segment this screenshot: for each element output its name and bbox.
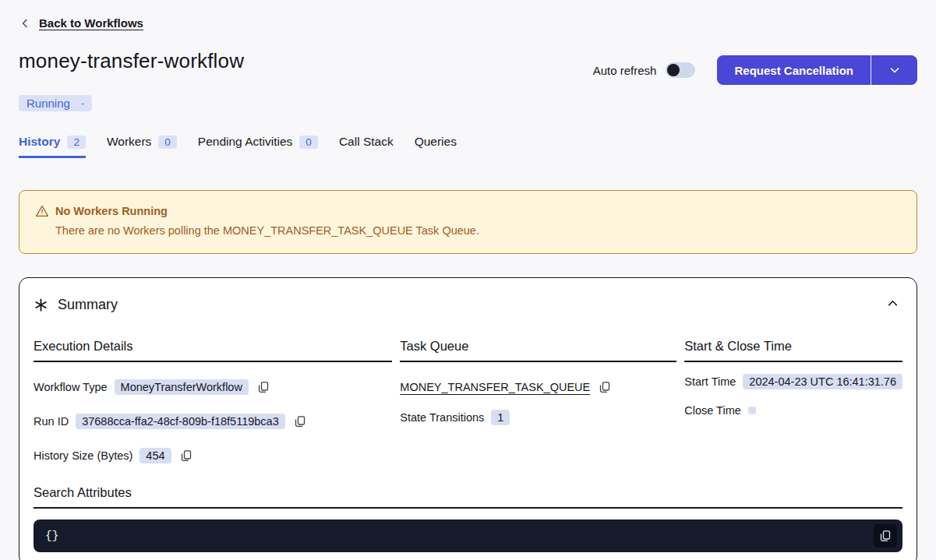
summary-header: Summary	[34, 294, 902, 315]
execution-details-section: Execution Details Workflow Type MoneyTra…	[34, 339, 392, 465]
search-attributes-code: {}	[45, 530, 58, 542]
back-link-label: Back to Workflows	[39, 16, 143, 30]
back-to-workflows-link[interactable]: Back to Workflows	[19, 16, 143, 30]
summary-title: Summary	[58, 297, 118, 313]
copy-history-size-button[interactable]	[178, 448, 194, 463]
task-queue-heading: Task Queue	[400, 339, 676, 362]
history-size-value: 454	[140, 448, 171, 463]
start-close-time-heading: Start & Close Time	[684, 339, 902, 362]
no-workers-alert: No Workers Running There are no Workers …	[19, 190, 917, 254]
workflow-type-value: MoneyTransferWorkflow	[115, 379, 249, 395]
start-close-time-section: Start & Close Time Start Time 2024-04-23…	[684, 339, 902, 465]
run-id-row: Run ID 37688cca-ffa2-48cf-809b-f18f5119b…	[34, 412, 392, 431]
start-time-value: 2024-04-23 UTC 16:41:31.76	[743, 374, 902, 389]
copy-run-id-button[interactable]	[292, 414, 308, 429]
copy-icon	[294, 415, 306, 428]
copy-icon	[879, 530, 892, 542]
run-id-value: 37688cca-ffa2-48cf-809b-f18f5119bca3	[76, 414, 285, 429]
summary-card: Summary Execution Details Workflow Type …	[19, 277, 917, 560]
search-attributes-heading: Search Attributes	[34, 485, 902, 509]
request-cancellation-button[interactable]: Request Cancellation	[717, 55, 871, 85]
request-cancellation-split-button: Request Cancellation	[717, 55, 917, 85]
tab-history[interactable]: History 2	[19, 135, 86, 158]
auto-refresh-label: Auto refresh	[593, 64, 657, 77]
back-row: Back to Workflows	[19, 0, 917, 30]
chevron-down-icon	[888, 64, 901, 76]
history-size-label: History Size (Bytes)	[34, 449, 132, 462]
tab-call-stack[interactable]: Call Stack	[339, 135, 394, 158]
collapse-summary-button[interactable]	[883, 294, 902, 315]
tab-pending-activities-count: 0	[299, 136, 318, 149]
tab-workers[interactable]: Workers 0	[107, 135, 177, 158]
summary-columns: Execution Details Workflow Type MoneyTra…	[34, 339, 902, 465]
task-queue-section: Task Queue MONEY_TRANSFER_TASK_QUEUE Sta…	[400, 339, 676, 465]
close-time-row: Close Time	[684, 401, 902, 420]
tab-workers-count: 0	[158, 136, 177, 149]
history-size-row: History Size (Bytes) 454	[34, 446, 392, 465]
start-time-label: Start Time	[684, 375, 736, 388]
alert-title-row: No Workers Running	[35, 204, 901, 218]
auto-refresh-toggle[interactable]	[666, 62, 695, 78]
state-transitions-row: State Transitions 1	[400, 408, 676, 427]
tab-pending-activities[interactable]: Pending Activities 0	[198, 135, 318, 158]
chevron-left-icon	[19, 17, 31, 30]
workflow-type-label: Workflow Type	[34, 381, 108, 393]
tab-queries-label: Queries	[415, 135, 457, 149]
toggle-knob	[667, 64, 680, 76]
task-queue-link[interactable]: MONEY_TRANSFER_TASK_QUEUE	[400, 381, 590, 393]
tab-queries[interactable]: Queries	[415, 135, 457, 158]
status-label: Running	[26, 97, 70, 110]
copy-workflow-type-button[interactable]	[256, 379, 271, 395]
tab-workers-label: Workers	[107, 135, 151, 149]
close-time-empty-value	[748, 407, 756, 414]
tab-history-label: History	[19, 135, 60, 149]
copy-icon	[180, 449, 192, 462]
status-badge: Running -	[19, 95, 92, 111]
start-time-row: Start Time 2024-04-23 UTC 16:41:31.76	[684, 372, 902, 391]
close-time-label: Close Time	[684, 404, 741, 417]
warning-icon	[35, 204, 49, 218]
status-dash: -	[81, 97, 84, 109]
tab-history-count: 2	[67, 136, 86, 149]
alert-message: There are no Workers polling the MONEY_T…	[55, 224, 901, 237]
state-transitions-label: State Transitions	[400, 411, 484, 424]
workflow-type-row: Workflow Type MoneyTransferWorkflow	[34, 378, 392, 396]
copy-icon	[257, 381, 270, 393]
copy-icon	[599, 381, 611, 393]
tab-call-stack-label: Call Stack	[339, 135, 394, 149]
page-title: money-transfer-workflow	[19, 49, 244, 73]
tab-bar: History 2 Workers 0 Pending Activities 0…	[19, 135, 917, 158]
header-controls: Auto refresh Request Cancellation	[593, 55, 917, 85]
copy-task-queue-button[interactable]	[597, 379, 613, 395]
status-row: Running -	[19, 95, 917, 111]
chevron-up-icon	[886, 297, 899, 310]
header: money-transfer-workflow Auto refresh Req…	[19, 49, 917, 85]
search-attributes-code-block: {}	[34, 519, 902, 552]
workflow-detail-page: Back to Workflows money-transfer-workflo…	[0, 0, 936, 560]
task-queue-row: MONEY_TRANSFER_TASK_QUEUE	[400, 378, 676, 396]
asterisk-icon	[34, 298, 48, 312]
cancellation-dropdown-button[interactable]	[871, 55, 917, 85]
copy-search-attributes-button[interactable]	[874, 524, 897, 548]
execution-details-heading: Execution Details	[34, 339, 392, 362]
state-transitions-value: 1	[491, 410, 510, 425]
tab-pending-activities-label: Pending Activities	[198, 135, 293, 149]
run-id-label: Run ID	[34, 415, 69, 428]
alert-title: No Workers Running	[55, 205, 168, 217]
